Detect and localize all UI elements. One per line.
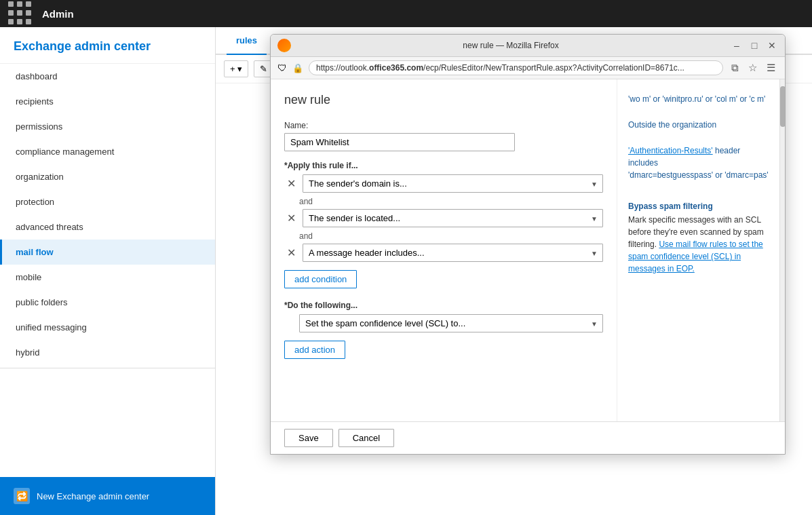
- hint-condition-1-value: 'wo m' or 'winitpro.ru' or 'col m' or 'c…: [628, 93, 769, 105]
- shield-icon: 🛡: [277, 62, 287, 73]
- sidebar-item-mail-flow[interactable]: mail flow: [0, 240, 215, 265]
- url-domain: office365.com: [369, 63, 423, 73]
- browser-window: new rule — Mozilla Firefox – □ ✕ 🛡 🔒 htt…: [270, 34, 786, 455]
- apply-rule-label: *Apply this rule if...: [284, 161, 603, 170]
- new-eac-label: New Exchange admin center: [37, 491, 149, 501]
- hint-bypass-spam-title: Bypass spam filtering: [628, 202, 769, 211]
- top-bar: Admin: [0, 0, 812, 27]
- new-eac-icon: 🔁: [14, 488, 30, 504]
- condition-2-select[interactable]: The sender is located...: [303, 209, 603, 227]
- url-suffix: /ecp/RulesEditor/NewTransportRule.aspx?A…: [423, 63, 684, 73]
- sidebar-item-mobile[interactable]: mobile: [0, 265, 215, 290]
- copy-icon[interactable]: ⧉: [729, 60, 741, 75]
- sidebar-item-permissions[interactable]: permissions: [0, 114, 215, 139]
- dialog-title: new rule: [284, 93, 603, 107]
- new-exchange-admin-center-button[interactable]: 🔁 New Exchange admin center: [0, 477, 215, 515]
- browser-title: new rule — Mozilla Firefox: [296, 41, 725, 50]
- name-group: Name:: [284, 121, 603, 151]
- name-label: Name:: [284, 121, 603, 130]
- condition-1-select-wrapper: The sender's domain is...: [303, 174, 603, 193]
- condition-row-1: ✕ The sender's domain is...: [284, 174, 603, 193]
- minimize-button[interactable]: –: [731, 39, 743, 52]
- save-button[interactable]: Save: [284, 429, 333, 447]
- action-select-wrapper: Set the spam confidence level (SCL) to..…: [299, 314, 603, 332]
- action-row: Set the spam confidence level (SCL) to..…: [284, 314, 603, 332]
- add-button[interactable]: + ▾: [224, 60, 248, 77]
- url-prefix: https://outlook.: [316, 63, 369, 73]
- condition-1-select[interactable]: The sender's domain is...: [303, 174, 603, 193]
- lock-icon: 🔒: [292, 63, 303, 73]
- sidebar-item-dashboard[interactable]: dashboard: [0, 64, 215, 89]
- sidebar: Exchange admin center dashboard recipien…: [0, 27, 216, 515]
- hint-condition-1: 'wo m' or 'winitpro.ru' or 'col m' or 'c…: [628, 93, 769, 105]
- close-button[interactable]: ✕: [766, 39, 778, 52]
- hint-auth-results-link[interactable]: 'Authentication-Results': [628, 146, 713, 155]
- sidebar-item-organization[interactable]: organization: [0, 164, 215, 189]
- sidebar-item-unified-messaging[interactable]: unified messaging: [0, 315, 215, 340]
- main-layout: Exchange admin center dashboard recipien…: [0, 27, 812, 515]
- scrollbar-thumb[interactable]: [780, 86, 785, 127]
- hint-condition-2: Outside the organization: [628, 119, 769, 131]
- sidebar-item-label: compliance management: [16, 147, 114, 157]
- bookmark-icon[interactable]: ☆: [746, 60, 760, 75]
- condition-3-select[interactable]: A message header includes...: [303, 244, 603, 262]
- sidebar-item-protection[interactable]: protection: [0, 189, 215, 214]
- sidebar-item-label: permissions: [16, 121, 62, 132]
- add-condition-button[interactable]: add condition: [284, 270, 357, 288]
- app-grid-icon[interactable]: [8, 1, 33, 26]
- remove-condition-1-button[interactable]: ✕: [284, 176, 298, 191]
- sidebar-header: Exchange admin center: [0, 27, 215, 64]
- sidebar-item-label: protection: [16, 197, 54, 207]
- maximize-button[interactable]: □: [748, 39, 760, 52]
- sidebar-item-label: public folders: [16, 297, 68, 307]
- dialog-body: new rule Name: *Apply this rule if... ✕: [271, 79, 785, 421]
- cancel-button[interactable]: Cancel: [339, 429, 394, 447]
- condition-3-select-wrapper: A message header includes...: [303, 244, 603, 262]
- sidebar-item-hybrid[interactable]: hybrid: [0, 340, 215, 365]
- dialog-footer: Save Cancel: [271, 421, 785, 454]
- and-label-1: and: [299, 197, 603, 206]
- sidebar-item-public-folders[interactable]: public folders: [0, 290, 215, 315]
- sidebar-item-recipients[interactable]: recipients: [0, 89, 215, 114]
- sidebar-item-label: organization: [16, 172, 64, 182]
- sidebar-item-label: dashboard: [16, 71, 57, 81]
- name-input[interactable]: [284, 133, 515, 151]
- browser-addressbar: 🛡 🔒 https://outlook.office365.com/ecp/Ru…: [271, 57, 785, 79]
- do-following-label: *Do the following...: [284, 301, 603, 310]
- browser-url-bar[interactable]: https://outlook.office365.com/ecp/RulesE…: [309, 60, 723, 75]
- condition-row-2: ✕ The sender is located...: [284, 209, 603, 227]
- hint-condition-3: 'Authentication-Results' header includes…: [628, 145, 769, 181]
- hint-condition-2-value: Outside the organization: [628, 119, 769, 131]
- sidebar-item-label: mobile: [16, 272, 41, 282]
- remove-condition-2-button[interactable]: ✕: [284, 210, 298, 226]
- condition-row-3: ✕ A message header includes...: [284, 244, 603, 262]
- hint-condition-3-value: 'Authentication-Results' header includes…: [628, 145, 769, 181]
- dialog-hint-panel: 'wo m' or 'winitpro.ru' or 'col m' or 'c…: [617, 79, 779, 421]
- scrollbar-track: [779, 79, 785, 421]
- hint-bypass-spam-text: Mark specific messages with an SCL befor…: [628, 214, 769, 275]
- sidebar-item-label: advanced threats: [16, 222, 83, 232]
- action-select[interactable]: Set the spam confidence level (SCL) to..…: [299, 314, 603, 332]
- sidebar-item-label: mail flow: [16, 247, 54, 257]
- add-action-button[interactable]: add action: [284, 341, 345, 359]
- sidebar-item-advanced-threats[interactable]: advanced threats: [0, 214, 215, 240]
- condition-2-select-wrapper: The sender is located...: [303, 209, 603, 227]
- content-area: rules message trace and... + ▾ ✎ ON new …: [216, 27, 812, 515]
- sidebar-item-label: unified messaging: [16, 322, 87, 332]
- sidebar-item-label: hybrid: [16, 347, 39, 358]
- browser-titlebar: new rule — Mozilla Firefox – □ ✕: [271, 35, 785, 57]
- browser-action-icons: ⧉ ☆ ☰: [729, 60, 778, 75]
- and-label-2: and: [299, 231, 603, 241]
- hint-bypass-spam: Bypass spam filtering Mark specific mess…: [628, 202, 769, 275]
- menu-icon[interactable]: ☰: [764, 60, 778, 75]
- sidebar-item-label: recipients: [16, 96, 54, 107]
- dialog-form: new rule Name: *Apply this rule if... ✕: [271, 79, 617, 421]
- tab-rules[interactable]: rules: [227, 27, 267, 55]
- sidebar-nav: dashboard recipients permissions complia…: [0, 64, 215, 477]
- firefox-icon: [277, 39, 291, 52]
- app-title: Admin: [42, 8, 74, 20]
- hint-dmarc-value: 'dmarc=bestguesspass' or 'dmarc=pas': [628, 170, 769, 180]
- sidebar-divider: [0, 368, 215, 368]
- remove-condition-3-button[interactable]: ✕: [284, 245, 298, 261]
- sidebar-item-compliance[interactable]: compliance management: [0, 139, 215, 164]
